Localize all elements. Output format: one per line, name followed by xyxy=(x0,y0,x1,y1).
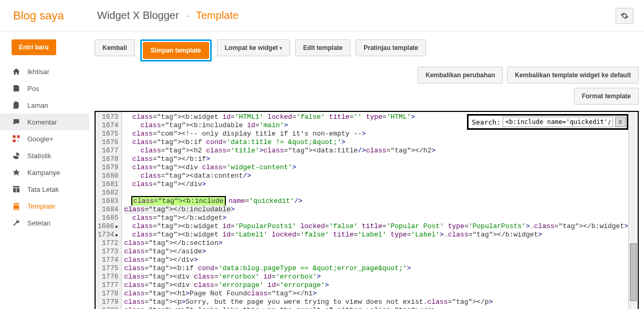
breadcrumb: Widget X Blogger · Template xyxy=(97,9,616,22)
search-label: Search: xyxy=(472,118,501,126)
vertical-scrollbar[interactable] xyxy=(628,112,638,309)
layout-icon xyxy=(12,184,21,194)
save-highlight: Simpan template xyxy=(140,39,212,61)
revert-changes-button[interactable]: Kembalikan perubahan xyxy=(418,67,503,84)
preview-template-button[interactable]: Pratinjau template xyxy=(356,39,426,56)
nav-statistik[interactable]: Statistik xyxy=(0,147,89,164)
nav-google[interactable]: + Google+ xyxy=(0,130,89,147)
nav-label: Google+ xyxy=(27,135,54,143)
nav-template[interactable]: Template xyxy=(0,198,89,214)
nav-label: Kampanye xyxy=(27,169,60,177)
gear-button[interactable] xyxy=(616,8,633,24)
logo[interactable]: Blog saya xyxy=(5,9,97,23)
nav-label: Ikhtisar xyxy=(27,68,49,76)
template-icon xyxy=(12,201,21,211)
format-template-button[interactable]: Format template xyxy=(574,88,639,105)
nav-ikhtisar[interactable]: Ikhtisar xyxy=(0,63,89,80)
breadcrumb-blog[interactable]: Widget X Blogger xyxy=(97,9,179,21)
nav-label: Pos xyxy=(27,85,39,92)
document-icon xyxy=(12,84,21,93)
search-box: Search: X xyxy=(467,114,628,130)
home-icon xyxy=(12,67,21,76)
nav-komentar[interactable]: Komentar xyxy=(0,114,89,130)
save-template-button[interactable]: Simpan template xyxy=(143,42,209,59)
toolbar: Kembali Simpan template Lompat ke widget… xyxy=(95,39,639,105)
nav-kampanye[interactable]: Kampanye xyxy=(0,164,89,181)
search-close-button[interactable]: X xyxy=(615,117,626,127)
edit-template-button[interactable]: Edit template xyxy=(295,39,350,56)
nav-setelan[interactable]: Setelan xyxy=(0,214,89,231)
nav-label: Komentar xyxy=(27,118,57,126)
nav-label: Template xyxy=(27,202,55,210)
code-lines[interactable]: class="tag"><b:widget id='HTML1' locked=… xyxy=(122,112,628,309)
campaign-icon xyxy=(12,168,21,177)
svg-rect-0 xyxy=(13,135,15,138)
scroll-thumb[interactable] xyxy=(630,243,637,301)
wrench-icon xyxy=(12,218,21,228)
code-editor[interactable]: Search: X 167316741675167616771678167916… xyxy=(95,111,639,309)
revert-default-button[interactable]: Kembalikan template widget ke default xyxy=(507,67,639,84)
back-button[interactable]: Kembali xyxy=(95,39,135,56)
gear-icon xyxy=(620,12,629,20)
svg-rect-2 xyxy=(17,135,19,138)
nav-label: Laman xyxy=(27,101,48,109)
googleplus-icon: + xyxy=(12,134,21,143)
new-post-button[interactable]: Entri baru xyxy=(12,39,56,55)
breadcrumb-page: Template xyxy=(196,9,238,21)
stats-icon xyxy=(12,151,21,160)
svg-text:+: + xyxy=(17,139,19,143)
jump-widget-button[interactable]: Lompat ke widget xyxy=(217,39,290,56)
nav-label: Setelan xyxy=(27,219,50,227)
nav-pos[interactable]: Pos xyxy=(0,80,89,97)
line-gutter: 1673167416751676167716781679168016811682… xyxy=(96,112,122,309)
search-input[interactable] xyxy=(503,117,613,127)
nav-tataletak[interactable]: Tata Letak xyxy=(0,181,89,198)
nav-label: Statistik xyxy=(27,152,51,160)
nav-laman[interactable]: Laman xyxy=(0,97,89,114)
comment-icon xyxy=(12,117,21,127)
svg-rect-1 xyxy=(13,139,15,142)
breadcrumb-sep: · xyxy=(186,9,189,21)
nav-label: Tata Letak xyxy=(27,186,59,193)
sidebar: Entri baru Ikhtisar Pos Laman Komentar +… xyxy=(0,32,89,309)
pages-icon xyxy=(12,100,21,110)
